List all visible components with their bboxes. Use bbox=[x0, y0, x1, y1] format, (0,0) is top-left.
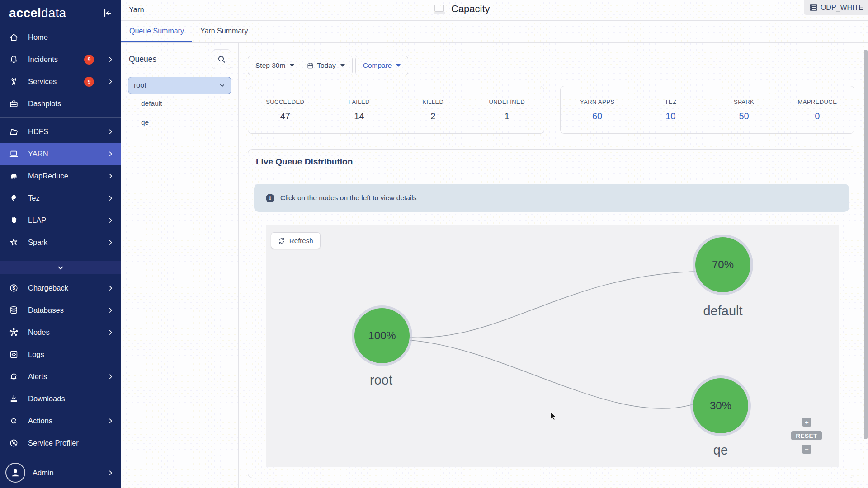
date-dropdown[interactable]: Today bbox=[307, 61, 344, 70]
sidebar-item-databases[interactable]: Databases bbox=[0, 299, 121, 321]
zoom-reset-button[interactable]: RESET bbox=[791, 431, 822, 440]
sidebar-item-home[interactable]: Home bbox=[0, 26, 121, 48]
spark-icon bbox=[9, 238, 19, 247]
compare-dropdown[interactable]: Compare bbox=[355, 56, 409, 75]
sidebar-item-label: Incidents bbox=[28, 55, 75, 64]
sidebar-item-label: MapReduce bbox=[28, 172, 98, 180]
chevron-right-icon bbox=[107, 285, 114, 291]
stat-yarn-apps: YARN APPS60 bbox=[561, 99, 634, 122]
queue-child-qe[interactable]: qe bbox=[121, 113, 238, 132]
folder-icon bbox=[9, 127, 19, 136]
stat-failed: FAILED14 bbox=[322, 99, 396, 122]
stat-killed: KILLED2 bbox=[396, 99, 470, 122]
sidebar-expander[interactable] bbox=[0, 261, 121, 274]
home-icon bbox=[9, 33, 19, 42]
sidebar-item-label: Spark bbox=[28, 238, 98, 247]
refresh-icon bbox=[278, 237, 285, 244]
stat-label: UNDEFINED bbox=[470, 99, 544, 105]
vertical-scrollbar[interactable] bbox=[863, 43, 868, 488]
sidebar-item-alerts[interactable]: Alerts bbox=[0, 366, 121, 388]
zoom-in-button[interactable]: + bbox=[802, 418, 811, 427]
sidebar-item-label: Tez bbox=[28, 194, 98, 202]
sidebar-item-label: Service Profiler bbox=[28, 439, 114, 447]
stat-label: KILLED bbox=[396, 99, 470, 105]
sidebar-item-label: Chargeback bbox=[28, 284, 98, 292]
stat-label: MAPREDUCE bbox=[781, 99, 854, 105]
queue-root-select[interactable]: root bbox=[128, 77, 231, 94]
database-icon bbox=[9, 305, 19, 315]
tab-queue-summary[interactable]: Queue Summary bbox=[121, 21, 192, 42]
queues-panel: Queues root defaultqe bbox=[121, 43, 239, 488]
sidebar-item-label: Logs bbox=[28, 350, 114, 359]
chevron-right-icon bbox=[107, 173, 114, 179]
sidebar-item-service-profiler[interactable]: Service Profiler bbox=[0, 432, 121, 454]
sidebar-item-admin[interactable]: Admin bbox=[0, 460, 121, 485]
sidebar-collapse-icon[interactable] bbox=[102, 8, 113, 19]
sidebar-item-label: Admin bbox=[33, 469, 100, 477]
caret-down-icon bbox=[340, 64, 345, 67]
sidebar-item-label: Nodes bbox=[28, 328, 98, 337]
queue-graph-canvas[interactable]: Refresh 100%root70%default30%qe + RESET … bbox=[266, 225, 839, 467]
sidebar-item-yarn[interactable]: YARN bbox=[0, 143, 121, 165]
queue-child-default[interactable]: default bbox=[121, 94, 238, 113]
laptop-outline-icon bbox=[433, 4, 446, 14]
info-icon: i bbox=[266, 194, 274, 202]
cluster-selector[interactable]: ODP_WHITE bbox=[804, 0, 868, 15]
sidebar-item-incidents[interactable]: Incidents9 bbox=[0, 48, 121, 70]
stat-value: 14 bbox=[322, 111, 396, 122]
chevron-right-icon bbox=[107, 469, 114, 476]
sidebar-item-spark[interactable]: Spark bbox=[0, 231, 121, 253]
sidebar-item-chargeback[interactable]: $Chargeback bbox=[0, 277, 121, 299]
queue-node-root[interactable]: 100% bbox=[354, 308, 410, 363]
sidebar-item-dashplots[interactable]: Dashplots bbox=[0, 93, 121, 115]
sidebar-item-partial bbox=[0, 253, 121, 261]
sidebar-item-label: Home bbox=[28, 33, 114, 42]
zoom-out-button[interactable]: − bbox=[802, 445, 811, 454]
info-banner: i Click on the nodes on the left to view… bbox=[254, 184, 849, 212]
sidebar-item-label: Actions bbox=[28, 417, 98, 425]
queue-node-qe[interactable]: 30% bbox=[693, 378, 748, 433]
sidebar-item-downloads[interactable]: Downloads bbox=[0, 388, 121, 410]
caret-down-icon bbox=[290, 64, 294, 67]
chevron-right-icon bbox=[107, 307, 114, 314]
sidebar-item-actions[interactable]: Actions bbox=[0, 410, 121, 432]
sidebar-item-hdfs[interactable]: HDFS bbox=[0, 121, 121, 143]
sidebar-item-label: HDFS bbox=[28, 127, 98, 136]
step-dropdown[interactable]: Step 30m bbox=[255, 61, 294, 70]
sidebar-item-label: Dashplots bbox=[28, 99, 114, 108]
queue-node-default[interactable]: 70% bbox=[695, 237, 750, 292]
sidebar-item-logs[interactable]: Logs bbox=[0, 343, 121, 366]
sidebar-item-label: Services bbox=[28, 77, 75, 86]
capacity-heading: Capacity bbox=[433, 3, 490, 15]
sidebar-divider bbox=[0, 117, 121, 118]
stat-value: 47 bbox=[248, 111, 322, 122]
capacity-title-text: Capacity bbox=[451, 3, 490, 15]
scrollbar-thumb[interactable] bbox=[864, 50, 868, 439]
chevron-right-icon bbox=[107, 329, 114, 336]
info-banner-text: Click on the nodes on the left to view d… bbox=[280, 194, 417, 202]
sidebar-item-llap[interactable]: LLAP bbox=[0, 209, 121, 231]
sidebar-item-services[interactable]: Services9 bbox=[0, 70, 121, 93]
sidebar-item-nodes[interactable]: Nodes bbox=[0, 321, 121, 343]
sidebar-item-mapreduce[interactable]: MapReduce bbox=[0, 165, 121, 187]
refresh-button[interactable]: Refresh bbox=[271, 232, 321, 249]
page-title: Yarn bbox=[129, 5, 144, 14]
queue-search-button[interactable] bbox=[212, 49, 231, 69]
live-queue-distribution-panel: Live Queue Distribution i Click on the n… bbox=[248, 149, 854, 478]
filters-toolbar: Step 30m Today Compare bbox=[248, 56, 408, 75]
chevron-right-icon bbox=[107, 128, 114, 135]
tab-yarn-summary[interactable]: Yarn Summary bbox=[192, 21, 256, 42]
stat-label: SPARK bbox=[708, 99, 781, 105]
selected-queue: root bbox=[134, 81, 146, 89]
chevron-right-icon bbox=[107, 217, 114, 224]
svg-text:$: $ bbox=[13, 285, 15, 291]
sidebar-item-tez[interactable]: Tez bbox=[0, 187, 121, 209]
queue-node-label-qe: qe bbox=[713, 443, 728, 458]
stat-value: 0 bbox=[781, 111, 854, 122]
stat-value: 10 bbox=[634, 111, 707, 122]
tab-bar: Queue SummaryYarn Summary bbox=[121, 21, 868, 43]
chevron-right-icon bbox=[107, 373, 114, 380]
main-content: Step 30m Today Compare SUCCEEDED47FAILED… bbox=[239, 43, 868, 488]
download-icon bbox=[9, 394, 19, 404]
chevron-down-icon bbox=[219, 82, 226, 89]
